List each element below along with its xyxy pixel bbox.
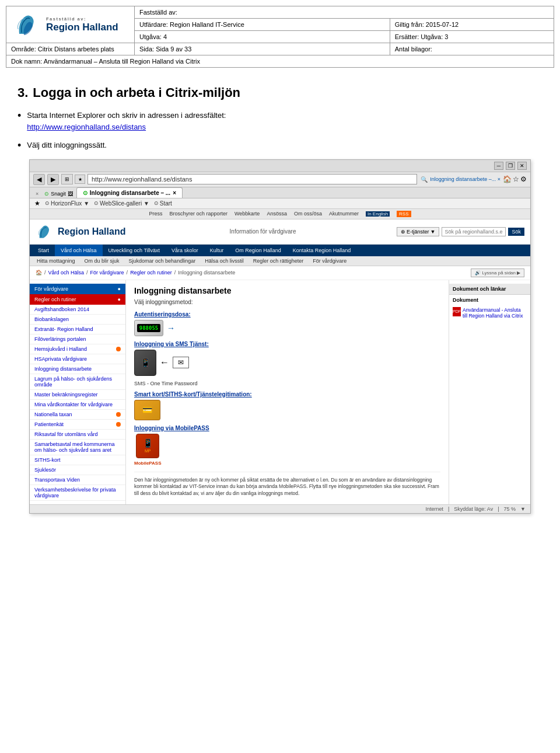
- subnav-halsa[interactable]: Hälsa och livsstil: [200, 256, 249, 266]
- sidebar-biobanks[interactable]: Biobankslagen: [30, 315, 125, 325]
- sidebar-mina[interactable]: Mina vårdkontakter för vårdgivare: [30, 400, 125, 410]
- utfardare-cell: Utfärdare: Region Halland IT-Service: [135, 19, 390, 31]
- sidebar-patient[interactable]: Patientenkät: [30, 420, 125, 430]
- ersatter-cell: Ersätter: Utgåva: 3: [390, 31, 554, 43]
- sidebar-regler-rutiner[interactable]: Regler och rutiner ●: [30, 294, 125, 305]
- dok-namn-label: Dok namn: Användarmanual – Ansluta till …: [11, 58, 200, 65]
- sidebar-filov[interactable]: Filöverlärings portalen: [30, 334, 125, 344]
- fastst-cell: Fastställd av:: [135, 6, 554, 19]
- topnav-webbkarte[interactable]: Webbkarte: [235, 211, 260, 217]
- bullet-1-text: Starta Internet Explorer och skriv in ad…: [27, 111, 226, 120]
- sidebar-for-vardgivare[interactable]: För vårdgivare ●: [30, 284, 125, 294]
- site-logo-svg: [36, 223, 54, 240]
- sidebar-master[interactable]: Master bekräkningsregister: [30, 390, 125, 400]
- topnav-rss[interactable]: RSS: [397, 211, 411, 217]
- browser-star-icon[interactable]: ☆: [513, 175, 519, 183]
- doc-link-text: Användarmanual - Ansluta till Region Hal…: [463, 307, 527, 319]
- article-footer-text: Den här inloggningsmetoden är ny och kom…: [134, 472, 440, 498]
- topnav-english[interactable]: In English: [366, 211, 390, 217]
- browser-address-bar[interactable]: http://www.regionhalland.se/distans: [88, 174, 417, 184]
- auth-section-title[interactable]: Autentiseringsdosa:: [134, 311, 440, 318]
- right-sidebar-doc-link[interactable]: PDF Användarmanual - Ansluta till Region…: [449, 305, 530, 320]
- mobilepass-icon: 📱 MP: [136, 434, 159, 458]
- browser-tab-inloggning[interactable]: ⊙ Inloggning distansarbete – ... ×: [76, 187, 183, 198]
- sida-cell: Sida: Sida 9 av 33: [135, 43, 390, 55]
- mainnav-kultur[interactable]: Kultur: [204, 245, 230, 256]
- tab-close-icon[interactable]: ×: [173, 190, 176, 196]
- etjanster-label: E-tjänster: [407, 229, 429, 235]
- antal-cell: Antal bilagor:: [390, 43, 554, 55]
- site-mainnav: Start Vård och Hälsa Utveckling och Till…: [30, 245, 530, 256]
- mobilepass-section-title[interactable]: Inloggning via MobilePASS: [134, 425, 440, 431]
- email-icon: ✉: [173, 357, 189, 368]
- internet-label: Internet: [425, 506, 443, 512]
- zoom-icon[interactable]: ▼: [520, 506, 526, 512]
- etjanster-btn[interactable]: ⊕ E-tjänster ▼: [397, 227, 439, 236]
- horizonflux-label[interactable]: ⊙ HorizonFlux ▼: [45, 200, 89, 207]
- sidebar-lagrum[interactable]: Lagrum på hälso- och sjukårdens område: [30, 374, 125, 390]
- token-device-img: 988055: [134, 320, 163, 336]
- subnav-sjuk[interactable]: Om du blir sjuk: [80, 256, 124, 266]
- browser-gear-icon[interactable]: ⚙: [520, 175, 527, 183]
- bookmarks-star-icon: ★: [34, 200, 40, 207]
- english-badge: In English: [366, 211, 390, 217]
- browser-back-btn[interactable]: ◀: [33, 174, 45, 185]
- mainnav-kontakta[interactable]: Kontakta Region Halland: [287, 245, 357, 256]
- breadcrumb-regler[interactable]: Regler och rutiner: [130, 270, 172, 276]
- smartcard-section-title[interactable]: Smart kort/SITHS-kort/Tjänstelegitimatio…: [134, 391, 440, 398]
- subnav-sjukdomar[interactable]: Sjukdomar och behandlingar: [124, 256, 201, 266]
- fastst-label: Fastställd av:: [139, 9, 177, 16]
- topnav-anso[interactable]: Ansössa: [267, 211, 287, 217]
- mainnav-utveck[interactable]: Utveckling och Tillväxt: [103, 245, 166, 256]
- listen-btn[interactable]: 🔊 Lyssna på sidan ▶: [471, 269, 524, 277]
- browser-magnify-icon: 🔍: [419, 175, 429, 184]
- subnav-for-vard[interactable]: För vårdgivare: [308, 256, 351, 266]
- webslice-label[interactable]: ⊙ WebSlice-galleri ▼: [94, 200, 149, 207]
- subnav-hitta[interactable]: Hitta mottagning: [32, 256, 80, 266]
- mainnav-vard[interactable]: Vård och Hälsa: [55, 245, 103, 256]
- site-search-area: ⊕ E-tjänster ▼ Sök: [397, 227, 524, 236]
- sidebar-avgifts[interactable]: Avgiftshandboken 2014: [30, 305, 125, 315]
- mobilepass-label: MobilePASS: [134, 461, 162, 466]
- mainnav-skolor[interactable]: Våra skolor: [166, 245, 204, 256]
- section-title: Logga in och arbeta i Citrix-miljön: [33, 85, 240, 100]
- browser-status-bar: Internet | Skyddat läge: Av | 75 % ▼: [30, 504, 530, 513]
- mainnav-om[interactable]: Om Region Halland: [229, 245, 287, 256]
- breadcrumb-home-icon[interactable]: 🏠: [36, 270, 42, 276]
- topnav-omoss[interactable]: Om oss/ösa: [294, 211, 322, 217]
- sms-section-title[interactable]: Inloggning via SMS Tjänst:: [134, 341, 440, 347]
- browser-restore-btn[interactable]: ❐: [506, 162, 515, 170]
- topnav-broschyrer[interactable]: Broschyrer och rapporter: [169, 211, 228, 217]
- breadcrumb-vard[interactable]: Vård och Hälsa: [48, 270, 85, 276]
- topnav-akut[interactable]: Akutnummer: [329, 211, 359, 217]
- sidebar-nationella[interactable]: Nationella taxan: [30, 410, 125, 420]
- regionhalland-link[interactable]: http://www.regionhalland.se/distans: [27, 123, 146, 131]
- topnav-press[interactable]: Press: [149, 211, 162, 217]
- breadcrumb-for-vard[interactable]: För vårdgivare: [90, 270, 124, 276]
- mobilepass-area: 📱 MP MobilePASS: [134, 434, 162, 466]
- sidebar-extranat[interactable]: Extranät- Region Halland: [30, 325, 125, 334]
- browser-minimize-btn[interactable]: ─: [494, 162, 503, 170]
- site-search-input[interactable]: [442, 227, 506, 236]
- sidebar-transport[interactable]: Transportava Viden: [30, 475, 125, 485]
- sidebar-samarbets[interactable]: Samarbetsavtal med kommunerna om hälso- …: [30, 440, 125, 455]
- sidebar-verksamhets[interactable]: Verksamhetsbeskrivelse för privata vårdg…: [30, 485, 125, 501]
- sidebar-hsa[interactable]: HSAprivata vårdgivare: [30, 354, 125, 364]
- browser-home-icon[interactable]: 🏠: [503, 175, 512, 183]
- etjanster-icon: ⊕: [401, 229, 405, 235]
- section-heading-area: 3. Logga in och arbeta i Citrix-miljön: [18, 85, 542, 100]
- browser-close-btn[interactable]: ✕: [517, 162, 527, 170]
- browser-forward-btn[interactable]: ▶: [47, 174, 59, 185]
- site-search-button[interactable]: Sök: [508, 228, 524, 236]
- mainnav-start[interactable]: Start: [32, 245, 55, 256]
- sidebar-sjuklesor[interactable]: Sjuklesör: [30, 465, 125, 475]
- article-subtitle: Välj inloggningsmetod:: [134, 299, 440, 305]
- sidebar-riksavtal[interactable]: Riksavtal för utomläns vård: [30, 430, 125, 440]
- sidebar-siths[interactable]: SITHS-kort: [30, 455, 125, 465]
- start-label[interactable]: ⊙ Start: [154, 200, 172, 207]
- auth-image-box: 988055 →: [134, 320, 440, 336]
- sidebar-inloggning-dist[interactable]: Inloggning distansarbete: [30, 364, 125, 374]
- sidebar-hemsjuk[interactable]: Hemsjukvård i Halland: [30, 344, 125, 354]
- subnav-regler[interactable]: Regler och rättigheter: [249, 256, 309, 266]
- browser-tab-x[interactable]: ×: [33, 190, 41, 198]
